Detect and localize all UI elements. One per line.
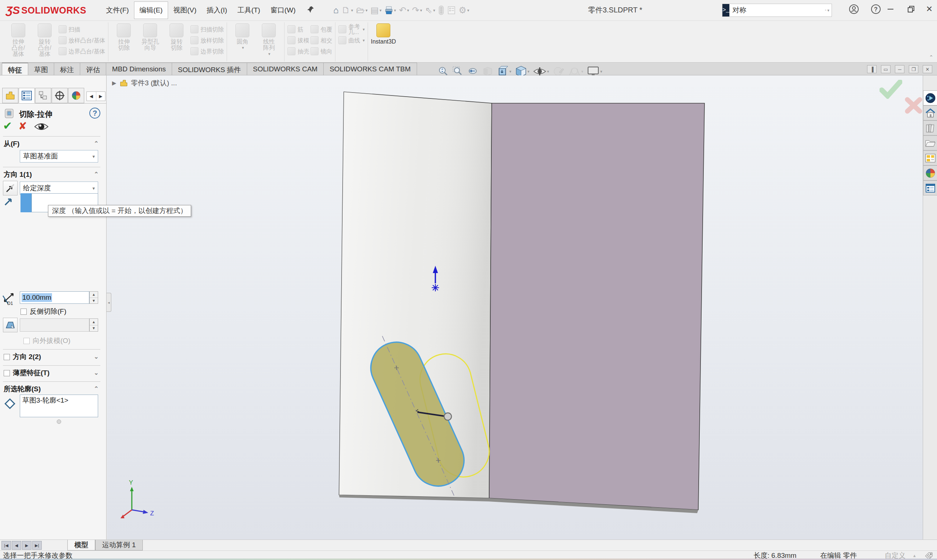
draft-toggle-button[interactable] — [3, 318, 18, 332]
search-input[interactable] — [729, 6, 825, 14]
flip-side-checkbox[interactable]: 反侧切除(F) — [20, 307, 66, 316]
end-condition-dropdown[interactable]: 给定深度 ▾ — [20, 182, 98, 195]
direction2-section[interactable]: 方向 2(2) — [4, 352, 41, 362]
search-caret-icon[interactable]: ▾ — [827, 8, 829, 13]
featuremanager-tab[interactable] — [2, 88, 18, 103]
minimize-icon[interactable] — [882, 3, 898, 15]
thin-feature-checkbox-box[interactable] — [4, 370, 10, 376]
tab-motion-study[interactable]: 运动算例 1 — [95, 540, 143, 551]
pm-ok-icon[interactable]: ✔ — [3, 119, 12, 132]
print-icon[interactable]: ▾ — [383, 5, 397, 16]
sheet-nav-first-icon[interactable]: |◀ — [2, 541, 11, 550]
direction2-expand-icon[interactable]: ⌄ — [94, 353, 99, 360]
pane-single-icon[interactable]: ▭ — [881, 65, 891, 73]
doc-minimize-icon[interactable]: ─ — [895, 65, 905, 73]
doc-close-icon[interactable]: ✕ — [923, 65, 932, 73]
sheet-nav-last-icon[interactable]: ▶| — [32, 541, 42, 550]
confirm-ok-icon[interactable] — [880, 80, 902, 99]
menu-edit[interactable]: 编辑(E) — [134, 2, 168, 19]
hole-wizard-button[interactable]: 异型孔 向导 — [138, 22, 163, 62]
open-icon[interactable]: 🗁▾ — [355, 5, 369, 16]
user-account-icon[interactable] — [849, 4, 859, 17]
search-box[interactable]: >_ ▾ — [722, 4, 832, 17]
extruded-boss-button[interactable]: 拉伸 凸台/ 基体 — [6, 22, 31, 62]
linear-pattern-caret-icon[interactable]: ▾ — [268, 51, 271, 57]
tab-mbd-dimensions[interactable]: MBD Dimensions — [106, 63, 172, 75]
depth-spin-up-icon[interactable]: ▲ — [90, 292, 98, 298]
contours-collapse-icon[interactable]: ⌃ — [94, 385, 99, 393]
depth-spinner[interactable]: ▲▼ — [89, 291, 98, 304]
feature-tree-flyout[interactable]: ▶ 零件3 (默认) ... — [112, 78, 177, 88]
redo-icon[interactable]: ↷▾ — [411, 5, 423, 16]
from-collapse-icon[interactable]: ⌃ — [94, 140, 99, 148]
close-icon[interactable]: ✕ — [921, 3, 937, 15]
solidworks-resources-icon[interactable] — [923, 105, 937, 120]
fillet-caret-icon[interactable]: ▾ — [242, 45, 244, 51]
reverse-direction-button[interactable] — [3, 181, 18, 195]
displaymanager-tab[interactable] — [68, 88, 84, 103]
thin-feature-expand-icon[interactable]: ⌄ — [94, 369, 99, 377]
thin-feature-section[interactable]: 薄壁特征(T) — [4, 368, 49, 378]
direction1-collapse-icon[interactable]: ⌃ — [94, 171, 99, 178]
view-palette-icon[interactable] — [923, 151, 937, 165]
pm-help-icon[interactable]: ? — [89, 108, 100, 118]
swept-boss-button[interactable]: 扫描 — [59, 25, 105, 34]
instant3d-button[interactable]: Instant3D — [371, 22, 396, 62]
tab-sketch[interactable]: 草图 — [28, 63, 54, 75]
custom-properties-icon[interactable] — [923, 180, 937, 195]
mirror-button[interactable]: 镜向 — [310, 46, 332, 56]
rib-button[interactable]: 筋 — [287, 25, 309, 34]
pane-split-icon[interactable]: ▐ — [867, 65, 877, 73]
boundary-cut-button[interactable]: 边界切除 — [190, 46, 224, 56]
file-properties-icon[interactable] — [446, 5, 457, 16]
box-right-face[interactable] — [489, 103, 704, 510]
draft-spinner[interactable]: ▲▼ — [89, 318, 98, 332]
ribbon-collapse-icon[interactable]: ⌃ — [929, 54, 933, 60]
swept-cut-button[interactable]: 扫描切除 — [190, 25, 224, 34]
draft-angle-input[interactable] — [20, 318, 89, 332]
restore-icon[interactable] — [903, 3, 919, 15]
pm-cancel-icon[interactable]: ✘ — [18, 120, 27, 132]
direction2-checkbox-box[interactable] — [4, 354, 10, 360]
menu-file[interactable]: 文件(F) — [101, 2, 134, 18]
options-gear-icon[interactable]: ⚙▾ — [458, 5, 470, 16]
draft-spin-down-icon[interactable]: ▼ — [90, 325, 98, 332]
doc-restore-icon[interactable]: ❐ — [909, 65, 919, 73]
flyout-expander-icon[interactable]: ▶ — [112, 80, 116, 86]
sheet-nav-prev-icon[interactable]: ◀ — [12, 541, 21, 550]
curves-button[interactable]: 曲线▾ — [338, 35, 365, 45]
home-icon[interactable]: ⌂ — [332, 5, 340, 16]
panel-slide-handle[interactable]: ◂ — [106, 293, 111, 312]
depth-spin-down-icon[interactable]: ▼ — [90, 298, 98, 304]
new-document-icon[interactable]: 🗋▾ — [341, 5, 354, 16]
menu-tools[interactable]: 工具(T) — [232, 2, 265, 18]
menu-insert[interactable]: 插入(I) — [201, 2, 232, 18]
sheet-nav-next-icon[interactable]: ▶ — [22, 541, 31, 550]
save-icon[interactable]: ▤▾ — [370, 5, 383, 16]
tab-features[interactable]: 特征 — [2, 63, 28, 75]
draft-button[interactable]: 拔模 — [287, 35, 309, 45]
tab-markup[interactable]: 标注 — [54, 63, 80, 75]
depth-input[interactable]: 10.00mm — [20, 291, 89, 304]
revolved-cut-button[interactable]: 旋转 切除 — [164, 22, 189, 62]
file-explorer-icon[interactable] — [923, 135, 937, 151]
extruded-cut-button[interactable]: 拉伸 切除 — [111, 22, 136, 62]
tab-addins[interactable]: SOLIDWORKS 插件 — [172, 63, 247, 75]
reference-geometry-caret-icon[interactable]: ▾ — [362, 27, 365, 32]
boundary-boss-button[interactable]: 边界凸台/基体 — [59, 46, 105, 56]
pin-menu-icon[interactable] — [307, 6, 314, 15]
appearances-icon[interactable] — [923, 165, 937, 180]
select-arrow-icon[interactable]: ⇖▾ — [424, 5, 436, 16]
lofted-cut-button[interactable]: 放样切除 — [190, 35, 224, 45]
linear-pattern-button[interactable]: 线性 阵列▾ — [256, 22, 281, 62]
tab-cam[interactable]: SOLIDWORKS CAM — [247, 63, 324, 75]
threedexperience-icon[interactable] — [923, 91, 937, 105]
manager-tab-scroll-right-icon[interactable]: ▶ — [96, 92, 105, 101]
confirm-cancel-icon[interactable] — [905, 97, 923, 114]
graphics-viewport[interactable]: Y Z ▶ 零件3 (默认) ... — [107, 75, 923, 540]
tab-cam-tbm[interactable]: SOLIDWORKS CAM TBM — [323, 63, 417, 75]
lofted-boss-button[interactable]: 放样凸台/基体 — [59, 35, 105, 45]
revolved-boss-button[interactable]: 旋转 凸台/ 基体 — [32, 22, 57, 62]
wrap-button[interactable]: 包覆 — [310, 25, 332, 34]
shell-button[interactable]: 抽壳 — [287, 46, 309, 56]
